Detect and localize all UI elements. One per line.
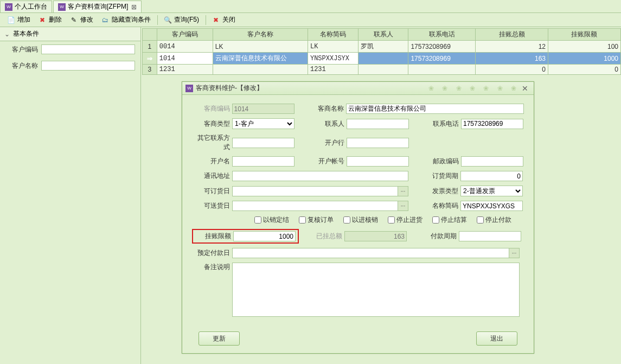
tab-customer-query[interactable]: W 客户资料查询[ZFPM] ⊠	[53, 1, 142, 12]
lookup-button[interactable]: ···	[398, 186, 408, 196]
cell[interactable]: 云南深普信息技术有限公	[213, 53, 308, 65]
cell[interactable]	[358, 65, 408, 75]
col-limit[interactable]: 挂账限额	[548, 29, 620, 41]
cell[interactable]: 17573208969	[408, 41, 476, 53]
cell[interactable]: 163	[476, 53, 548, 65]
credit-limit-highlight: 挂账限额	[192, 229, 299, 244]
memo-textarea[interactable]	[232, 263, 520, 317]
delete-icon: ✖	[38, 16, 47, 24]
creditlimit-label: 挂账限额	[193, 232, 231, 241]
paydate-input[interactable]	[232, 248, 509, 258]
creditlimit-input[interactable]	[233, 231, 296, 241]
app-icon: W	[5, 3, 12, 11]
chk-verify-by-in[interactable]: 以进核销	[343, 215, 378, 225]
row-number: ⇒	[143, 53, 157, 65]
separator	[157, 15, 158, 25]
acctname-input[interactable]	[232, 156, 295, 167]
cell[interactable]: 1231	[157, 65, 213, 75]
dialog-titlebar[interactable]: W 客商资料维护-【修改】 ❀ ❀ ❀ ❀ ❀ ❀ ❀ ✕	[182, 82, 534, 95]
cell[interactable]: LK	[308, 41, 358, 53]
bank-input[interactable]	[347, 138, 409, 148]
tab-label: 客户资料查询[ZFPM]	[68, 2, 128, 11]
cell[interactable]: LK	[213, 41, 308, 53]
tab-personal-workspace[interactable]: W 个人工作台	[0, 1, 52, 12]
invoicetype-label: 发票类型	[420, 187, 458, 196]
lookup-button[interactable]: ···	[509, 248, 520, 258]
filter-code-input[interactable]	[41, 44, 135, 54]
orderday-input[interactable]	[232, 186, 398, 196]
cell[interactable]: 0	[548, 65, 620, 75]
chevron-down-icon: ⌄	[4, 30, 10, 38]
acctname-label: 开户名	[192, 157, 230, 166]
cell[interactable]: 1000	[548, 53, 620, 65]
cell[interactable]	[213, 65, 308, 75]
invoicetype-select[interactable]: 2-普通发票	[460, 186, 523, 196]
cell[interactable]: 罗凯	[358, 41, 408, 53]
col-short[interactable]: 名称简码	[308, 29, 358, 41]
contact-input[interactable]	[347, 119, 409, 129]
edit-dialog: W 客商资料维护-【修改】 ❀ ❀ ❀ ❀ ❀ ❀ ❀ ✕ 客商编码 客商名称 …	[182, 81, 534, 354]
close-icon[interactable]: ⊠	[131, 3, 137, 11]
shortname-input[interactable]	[460, 201, 523, 211]
cell[interactable]: YNSPXXJSYX	[308, 53, 358, 65]
table-row[interactable]: 31231123100	[143, 65, 621, 75]
acctno-label: 开户帐号	[306, 157, 344, 166]
tab-label: 个人工作台	[15, 2, 47, 11]
delete-button[interactable]: ✖删除	[35, 14, 65, 25]
chk-stop-pay[interactable]: 停止付款	[477, 215, 511, 225]
col-phone[interactable]: 联系电话	[408, 29, 476, 41]
cell[interactable]: 1231	[308, 65, 358, 75]
code-input	[232, 104, 295, 114]
filter-name-label: 客户名称	[5, 61, 38, 71]
lookup-button[interactable]: ···	[398, 201, 408, 211]
contact-label: 联系人	[306, 119, 344, 129]
chk-settle-by-sale[interactable]: 以销定结	[254, 215, 289, 225]
separator	[206, 15, 206, 25]
cell[interactable]	[408, 65, 476, 75]
cell[interactable]: 0014	[157, 41, 213, 53]
modify-button[interactable]: ✎修改	[66, 14, 97, 25]
close-icon: ✖	[212, 16, 220, 24]
cell[interactable]: 0	[476, 65, 548, 75]
phone-input[interactable]	[461, 119, 523, 129]
dialog-close-icon[interactable]: ✕	[520, 84, 530, 93]
ordercycle-input[interactable]	[460, 171, 523, 181]
name-input[interactable]	[346, 104, 524, 114]
cell[interactable]	[358, 53, 408, 65]
paycycle-label: 付款周期	[419, 232, 457, 241]
acctno-input[interactable]	[347, 156, 409, 167]
chk-stop-purchase[interactable]: 停止进货	[388, 215, 422, 225]
cell[interactable]: 17573208969	[408, 53, 476, 65]
exit-button[interactable]: 退出	[476, 331, 517, 346]
paycycle-input[interactable]	[459, 231, 521, 241]
search-icon: 🔍	[163, 16, 172, 24]
close-button[interactable]: ✖关闭	[208, 14, 239, 25]
filter-panel-header[interactable]: ⌄ 基本条件	[0, 27, 140, 41]
table-row[interactable]: ⇒1014云南深普信息技术有限公YNSPXXJSYX17573208969163…	[143, 53, 621, 65]
chk-stop-settle[interactable]: 停止结算	[432, 215, 467, 225]
filter-sidebar: ⌄ 基本条件 客户编码 客户名称	[0, 27, 141, 364]
col-contact[interactable]: 联系人	[358, 29, 408, 41]
cell[interactable]: 12	[476, 41, 548, 53]
search-button[interactable]: 🔍查询(F5)	[160, 14, 202, 25]
col-name[interactable]: 客户名称	[213, 29, 308, 41]
col-code[interactable]: 客户编码	[157, 29, 213, 41]
customer-grid[interactable]: 客户编码 客户名称 名称简码 联系人 联系电话 挂账总额 挂账限额 10014L…	[142, 28, 621, 75]
name-label: 客商名称	[306, 104, 344, 113]
address-input[interactable]	[232, 171, 408, 181]
hide-filter-button[interactable]: 🗂隐藏查询条件	[98, 14, 154, 25]
filter-name-input[interactable]	[41, 61, 135, 71]
shipday-input[interactable]	[232, 201, 398, 211]
postal-input[interactable]	[461, 156, 523, 167]
modify-icon: ✎	[69, 16, 78, 24]
table-row[interactable]: 10014LKLK罗凯1757320896912100	[143, 41, 621, 53]
col-total[interactable]: 挂账总额	[476, 29, 548, 41]
add-icon: 📄	[7, 16, 15, 24]
cell[interactable]: 100	[548, 41, 620, 53]
other-input[interactable]	[232, 138, 295, 148]
chk-review-order[interactable]: 复核订单	[299, 215, 334, 225]
cell[interactable]: 1014	[157, 53, 213, 65]
update-button[interactable]: 更新	[199, 331, 240, 346]
type-select[interactable]: 1-客户	[232, 118, 295, 129]
add-button[interactable]: 📄增加	[3, 14, 34, 25]
